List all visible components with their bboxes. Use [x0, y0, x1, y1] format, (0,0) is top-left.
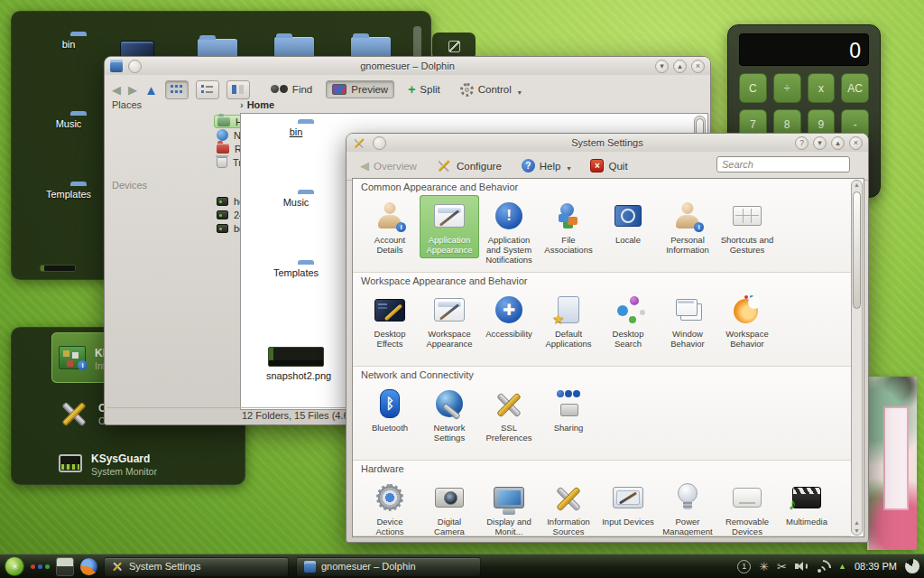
scroll-up2-icon[interactable]: ▲ [854, 519, 860, 526]
firefox-launcher-icon[interactable] [80, 558, 97, 575]
search-input[interactable] [716, 156, 850, 172]
scroll-down-icon[interactable]: ▼ [854, 527, 860, 534]
notification-count-badge[interactable]: 1 [737, 560, 751, 573]
klipper-scissors-icon[interactable]: ✂ [777, 561, 787, 573]
settings-item-label: Input Devices [602, 517, 654, 527]
calc-key-c[interactable]: C [739, 73, 767, 103]
settings-item-file-associations[interactable]: File Associations [539, 195, 598, 258]
help-button[interactable]: ? Help [515, 155, 578, 176]
up-arrow-icon[interactable]: ▲ [144, 82, 158, 98]
launcher-item-ksysguard[interactable]: KSysGuardSystem Monitor [51, 438, 246, 489]
photo-frame-widget[interactable] [867, 377, 917, 550]
file-item-templates[interactable]: Templates [266, 264, 326, 278]
person-icon: i [674, 201, 701, 230]
home-folder-icon [217, 117, 230, 126]
settings-item-accessibility[interactable]: ✚Accessibility [479, 289, 539, 342]
settings-item-removable-devices[interactable]: Removable Devices [717, 477, 777, 536]
settings-item-input-devices[interactable]: Input Devices [598, 477, 658, 530]
desktop-icon-bin[interactable]: bin [37, 35, 100, 50]
gear-icon [460, 83, 474, 97]
settings-item-account-details[interactable]: iAccount Details [360, 195, 420, 258]
taskbar-task-gnomesuer-dolphin[interactable]: gnomesuer – Dolphin [296, 557, 481, 576]
settings-item-display-and-monit[interactable]: Display and Monit... [479, 477, 539, 536]
preview-button[interactable]: Preview [326, 80, 394, 98]
section-title: Workspace Appearance and Behavior [353, 273, 851, 287]
settings-item-bluetooth[interactable]: ᛒBluetooth [360, 383, 420, 436]
scroll-up-icon[interactable]: ▲ [854, 182, 860, 188]
settings-item-application-and-system-notifications[interactable]: !Application and System Notifications [479, 195, 539, 267]
settings-item-network-settings[interactable]: Network Settings [420, 383, 479, 446]
settings-item-workspace-behavior[interactable]: Workspace Behavior [717, 289, 777, 352]
settings-item-desktop-search[interactable]: Desktop Search [598, 289, 658, 352]
desktop-icon-music[interactable]: Music [37, 115, 100, 129]
configure-button[interactable]: Configure [430, 155, 508, 176]
settings-item-digital-camera[interactable]: Digital Camera [420, 477, 479, 536]
settings-item-workspace-appearance[interactable]: Workspace Appearance [420, 289, 479, 352]
file-item-music[interactable]: Music [266, 193, 326, 208]
settings-item-sharing[interactable]: Sharing [539, 383, 598, 436]
settings-scrollbar[interactable]: ▲ ▲ ▼ [851, 180, 863, 536]
activity-dots-icon[interactable] [31, 564, 50, 569]
breadcrumb[interactable]: Home [240, 97, 708, 113]
settings-item-power-management[interactable]: Power Management [658, 477, 717, 536]
overview-back-arrow-icon: ◀ [360, 159, 369, 172]
tray-gear-icon[interactable]: ✳ [759, 561, 769, 573]
settings-item-desktop-effects[interactable]: Desktop Effects [360, 289, 420, 352]
settings-item-application-appearance[interactable]: Application Appearance [420, 195, 479, 258]
minimize-button[interactable] [813, 136, 827, 150]
calc-key-[interactable]: ÷ [773, 73, 801, 103]
breadcrumb-home[interactable]: Home [247, 99, 275, 110]
settings-item-default-applications[interactable]: ★Default Applications [539, 289, 598, 352]
close-button[interactable] [849, 136, 863, 150]
gear-play-icon [375, 483, 404, 512]
forward-arrow-icon[interactable]: ▶ [128, 83, 137, 97]
tablet-icon [613, 487, 643, 508]
flag-icon [614, 205, 642, 227]
find-label: Find [292, 84, 312, 95]
file-item-label: bin [266, 126, 326, 137]
settings-item-label: Power Management [660, 517, 716, 536]
window-menu-button[interactable] [128, 60, 142, 73]
help-window-button[interactable] [795, 136, 808, 150]
file-item-bin[interactable]: bin [266, 123, 326, 137]
desktop-pager[interactable] [56, 557, 74, 576]
settings-item-information-sources[interactable]: Information Sources [539, 477, 598, 536]
close-button[interactable] [691, 60, 705, 73]
clock[interactable]: 08:39 PM [855, 561, 897, 572]
dolphin-titlebar[interactable]: gnomesuer – Dolphin [105, 57, 710, 75]
settings-item-personal-information[interactable]: iPersonal Information [658, 195, 717, 258]
minimize-button[interactable] [655, 60, 669, 73]
volume-icon[interactable] [795, 561, 808, 572]
calc-key-x[interactable]: x [808, 73, 836, 103]
settings-item-shortcuts-and-gestures[interactable]: Shortcuts and Gestures [717, 195, 777, 258]
kde-menu-button[interactable] [5, 556, 24, 576]
quit-button[interactable]: × Quit [584, 155, 633, 176]
settings-scrollbar-thumb[interactable] [853, 191, 861, 309]
desktop-icon-snapshot-thumbnail[interactable] [40, 265, 76, 272]
icons-view-button[interactable] [165, 80, 189, 99]
taskbar-task-system-settings[interactable]: System Settings [104, 557, 289, 576]
back-arrow-icon[interactable]: ◀ [112, 83, 121, 97]
settings-item-window-behavior[interactable]: Window Behavior [658, 289, 717, 352]
file-item-snapshot2-png[interactable]: snapshot2.png [266, 347, 326, 381]
settings-item-ssl-preferences[interactable]: SSL Preferences [479, 383, 539, 446]
panel-cashew-icon[interactable] [905, 559, 919, 573]
camera-icon [435, 488, 464, 508]
settings-item-multimedia[interactable]: ♪Multimedia [777, 477, 836, 530]
details-view-button[interactable] [196, 80, 219, 99]
calc-key-ac[interactable]: AC [841, 73, 869, 103]
settings-item-device-actions[interactable]: Device Actions [360, 477, 420, 536]
network-icon[interactable] [817, 561, 830, 573]
system-settings-window: System Settings ◀ Overview Configure ? H… [346, 133, 869, 543]
maximize-button[interactable] [673, 60, 687, 73]
calculator-display: 0 [739, 33, 869, 66]
find-button[interactable]: Find [264, 80, 319, 98]
tray-expand-arrow-icon[interactable]: ▲ [838, 562, 846, 571]
overview-button[interactable]: ◀ Overview [354, 155, 423, 176]
desktop-icon-templates[interactable]: Templates [37, 185, 100, 200]
maximize-button[interactable] [831, 136, 845, 150]
window-menu-button[interactable] [373, 136, 386, 150]
settings-titlebar[interactable]: System Settings [346, 134, 868, 152]
tools-icon [59, 397, 89, 428]
settings-item-locale[interactable]: Locale [598, 195, 658, 248]
